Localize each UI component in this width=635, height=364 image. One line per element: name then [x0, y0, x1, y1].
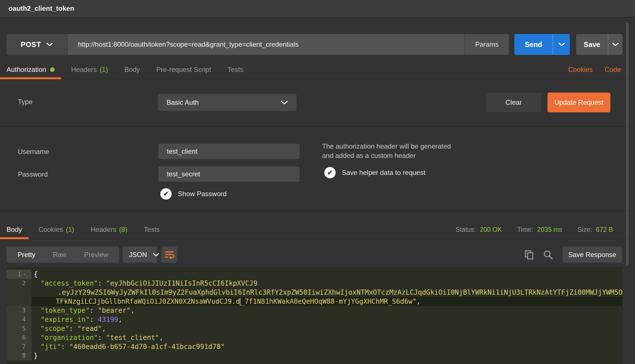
save-split-button: Save — [576, 34, 623, 55]
code-line[interactable]: 8} — [7, 351, 623, 360]
code-text: "access_token": "eyJhbGciOiJIUzI1NiIsInR… — [31, 279, 623, 288]
tab-label: Headers — [91, 226, 116, 234]
send-split-button: Send — [514, 34, 570, 55]
code-line[interactable]: 3"token_type": "bearer", — [7, 306, 623, 315]
checkmark-icon: ✔ — [324, 167, 336, 178]
chevron-down-icon — [153, 253, 159, 257]
code-text: "token_type": "bearer", — [31, 306, 623, 315]
code-text: TFkNzgiLCJjbGllbnRfaWQiOiJ0ZXN0X2NsaWVud… — [31, 297, 623, 306]
auth-configured-dot-icon — [50, 67, 55, 72]
response-tabs: Body Cookies (1) Headers (8) Tests Statu… — [0, 220, 635, 239]
code-line[interactable]: TFkNzgiLCJjbGllbnRfaWQiOiJ0ZXN0X2NsaWVud… — [7, 297, 623, 306]
response-tab-headers[interactable]: Headers (8) — [91, 220, 127, 239]
save-helper-checkbox[interactable]: ✔ Save helper data to request — [324, 167, 425, 178]
postman-window: oauth2_client_token POST Params Send Sav… — [0, 0, 635, 364]
tab-label: Body — [124, 66, 140, 74]
auth-type-dropdown[interactable]: Basic Auth — [158, 94, 297, 111]
view-preview[interactable]: Preview — [75, 251, 117, 259]
save-button[interactable]: Save — [576, 34, 608, 55]
search-icon[interactable] — [543, 250, 553, 260]
response-meta: Status: 200 OK Time: 2035 ms Size: 672 B — [455, 226, 635, 234]
authorization-panel: Type Basic Auth Clear Update Request Use… — [0, 80, 635, 211]
password-field[interactable] — [158, 166, 300, 182]
chevron-down-icon — [559, 43, 565, 46]
time-value: 2035 ms — [537, 226, 562, 234]
request-bar: POST Params Send Save — [7, 34, 623, 55]
format-value: JSON — [129, 251, 147, 259]
collapse-caret-icon[interactable]: ▾ — [23, 270, 26, 279]
response-tab-cookies[interactable]: Cookies (1) — [39, 220, 74, 239]
auth-helper-note: The authorization header will be generat… — [322, 142, 461, 160]
line-number-gutter: 6 — [7, 333, 31, 342]
tab-tests[interactable]: Tests — [227, 61, 243, 79]
username-field[interactable] — [158, 144, 300, 159]
line-number-gutter — [7, 297, 31, 306]
status-label: Status: — [455, 226, 476, 234]
copy-icon[interactable] — [525, 250, 534, 260]
view-mode-group: Pretty Raw Preview — [7, 247, 119, 263]
tab-count: (1) — [100, 66, 108, 74]
response-tab-tests[interactable]: Tests — [144, 220, 160, 239]
size-value: 672 B — [596, 226, 613, 234]
tab-label: Pre-request Script — [156, 66, 211, 74]
tab-authorization[interactable]: Authorization — [7, 61, 55, 79]
request-tab-bar: oauth2_client_token — [0, 0, 635, 18]
clear-button[interactable]: Clear — [486, 93, 542, 112]
status-value: 200 OK — [480, 226, 502, 234]
code-line[interactable]: .eyJzY29wZSI6WyJyZWFkIl0sIm9yZ2FuaXphdGl… — [7, 288, 623, 297]
line-number-gutter: 4 — [7, 315, 31, 324]
line-number-gutter: 7 — [7, 342, 31, 351]
view-raw[interactable]: Raw — [44, 251, 75, 259]
response-tab-body[interactable]: Body — [7, 220, 22, 239]
line-number-gutter: 8 — [7, 351, 31, 360]
request-tab-title[interactable]: oauth2_client_token — [0, 5, 74, 12]
format-dropdown[interactable]: JSON — [123, 247, 157, 263]
code-line[interactable]: 2"access_token": "eyJhbGciOiJIUzI1NiIsIn… — [7, 279, 623, 288]
code-text: "jti": "460eadd6-b657-4d70-a1cf-41bcac99… — [31, 342, 623, 351]
code-line[interactable]: 4"expires_in": 43199, — [7, 315, 623, 324]
tab-pre-request-script[interactable]: Pre-request Script — [156, 61, 211, 79]
response-body-viewer[interactable]: 1▾{2"access_token": "eyJhbGciOiJIUzI1NiI… — [7, 267, 623, 364]
code-text: "scope": "read", — [31, 324, 623, 333]
vertical-scrollbar[interactable] — [626, 23, 629, 266]
password-label: Password — [18, 170, 48, 178]
code-line[interactable]: 5"scope": "read", — [7, 324, 623, 333]
show-password-label: Show Password — [178, 190, 227, 198]
tab-body[interactable]: Body — [124, 61, 140, 79]
chevron-down-icon — [281, 100, 288, 105]
tab-headers[interactable]: Headers (1) — [71, 61, 108, 79]
save-response-button[interactable]: Save Response — [562, 247, 622, 263]
code-line[interactable]: 1▾{ — [7, 270, 623, 279]
word-wrap-icon — [164, 250, 174, 259]
code-text: .eyJzY29wZSI6WyJyZWFkIl0sIm9yZ2FuaXphdGl… — [31, 288, 623, 297]
tab-count: (8) — [119, 226, 127, 234]
view-pretty[interactable]: Pretty — [9, 251, 44, 259]
size-label: Size: — [578, 226, 592, 234]
auth-type-value: Basic Auth — [167, 99, 199, 106]
checkmark-icon: ✔ — [160, 188, 172, 200]
tab-label: Headers — [71, 66, 97, 74]
save-options-button[interactable] — [608, 34, 623, 55]
line-number-gutter: 2 — [7, 279, 31, 288]
update-request-button[interactable]: Update Request — [547, 93, 610, 112]
show-password-checkbox[interactable]: ✔ Show Password — [160, 188, 227, 200]
cookies-link[interactable]: Cookies — [568, 66, 593, 74]
code-text: } — [31, 351, 623, 360]
url-input[interactable] — [68, 34, 464, 55]
type-label: Type — [18, 98, 33, 106]
send-options-button[interactable] — [553, 34, 570, 55]
response-toolbar: Pretty Raw Preview JSON — [7, 247, 622, 263]
params-button[interactable]: Params — [464, 34, 509, 55]
code-link[interactable]: Code — [605, 66, 621, 74]
response-panel: Body Cookies (1) Headers (8) Tests Statu… — [0, 211, 635, 364]
code-text: { — [31, 270, 623, 279]
tab-count: (1) — [66, 226, 74, 234]
send-button[interactable]: Send — [514, 34, 553, 55]
time-label: Time: — [517, 226, 533, 234]
word-wrap-button[interactable] — [161, 247, 177, 263]
code-line[interactable]: 7"jti": "460eadd6-b657-4d70-a1cf-41bcac9… — [7, 342, 623, 351]
method-dropdown[interactable]: POST — [7, 34, 68, 55]
line-number-gutter: 5 — [7, 324, 31, 333]
code-text: "expires_in": 43199, — [31, 315, 623, 324]
code-line[interactable]: 6"organization": "test_client", — [7, 333, 623, 342]
